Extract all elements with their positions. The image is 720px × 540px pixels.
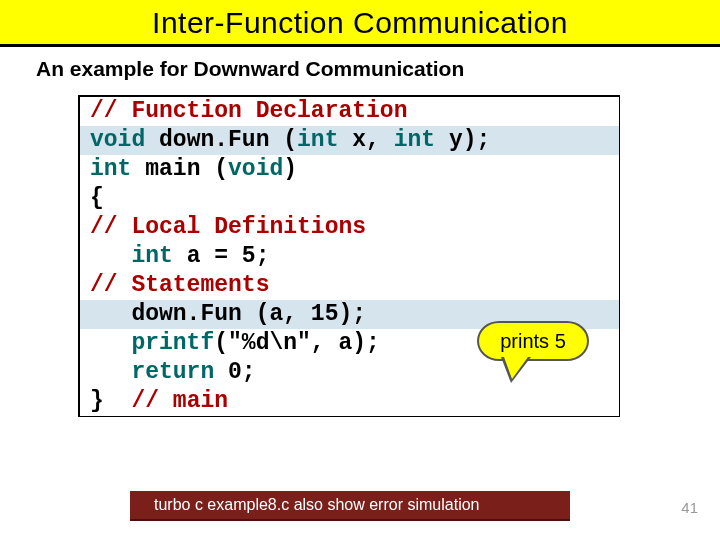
slide-title: Inter-Function Communication: [0, 6, 720, 40]
code-line: return 0;: [80, 358, 619, 387]
code-line: {: [80, 184, 619, 213]
footer-note: turbo c example8.c also show error simul…: [130, 491, 570, 521]
code-line: void down.Fun (int x, int y);: [80, 126, 619, 155]
code-line: // Function Declaration: [80, 97, 619, 126]
page-number: 41: [681, 499, 698, 516]
code-line: } // main: [80, 387, 619, 416]
code-line: printf("%d\n", a);: [80, 329, 619, 358]
code-box: // Function Declaration void down.Fun (i…: [78, 95, 620, 417]
code-line: int a = 5;: [80, 242, 619, 271]
title-bar: Inter-Function Communication: [0, 0, 720, 47]
code-line: int main (void): [80, 155, 619, 184]
slide-subtitle: An example for Downward Communication: [36, 57, 720, 81]
code-line: down.Fun (a, 15);: [80, 300, 619, 329]
code-line: // Local Definitions: [80, 213, 619, 242]
code-line: // Statements: [80, 271, 619, 300]
